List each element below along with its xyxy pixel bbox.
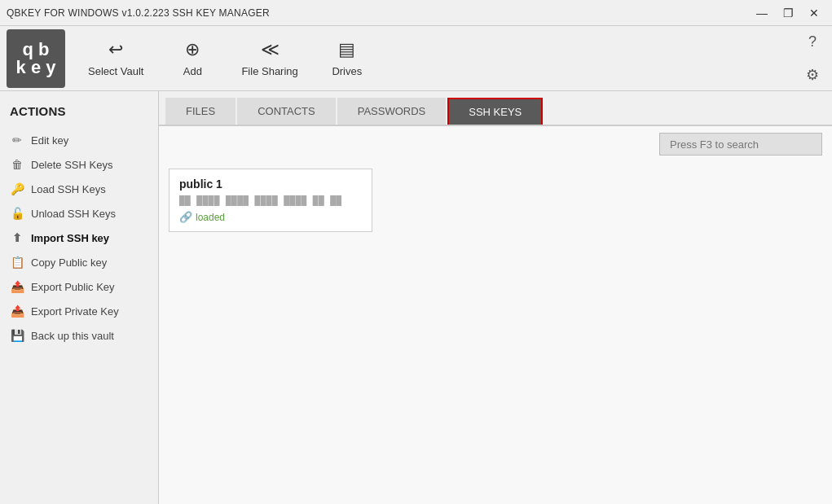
sidebar-item-export-private-key[interactable]: 📤 Export Private Key [0,299,158,323]
export-private-icon: 📤 [10,305,24,318]
backup-icon: 💾 [10,329,24,342]
key-icon: 🔑 [10,182,24,195]
tab-ssh-keys[interactable]: SSH KEYS [447,98,543,125]
sidebar-item-edit-key-label: Edit key [31,134,68,147]
content-area: FILES CONTACTS PASSWORDS SSH KEYS public… [159,91,832,504]
help-button[interactable]: ? [799,29,825,55]
key-card-title: public 1 [179,177,362,191]
key-card-fingerprint: ██ ████ ████ ████ ████ ██ ██ [179,195,362,206]
key-card-status-text: loaded [196,212,225,223]
sidebar-item-export-public-label: Export Public Key [31,281,115,293]
file-sharing-label: File Sharing [241,65,297,77]
drives-button[interactable]: ▤ Drives [315,33,380,84]
sidebar-item-delete-label: Delete SSH Keys [31,159,112,171]
trash-icon: 🗑 [10,158,24,171]
sidebar-item-unload-ssh-keys[interactable]: 🔓 Unload SSH Keys [0,201,158,226]
app-logo: q b k e y [7,29,65,88]
tab-bar: FILES CONTACTS PASSWORDS SSH KEYS [159,91,832,126]
sidebar-item-copy-public-key[interactable]: 📋 Copy Public key [0,250,158,274]
select-vault-label: Select Vault [88,65,143,77]
import-icon: ⬆ [10,231,24,244]
main-area: ACTIONS ✏ Edit key 🗑 Delete SSH Keys 🔑 L… [0,91,832,504]
title-bar-text: QBKEY FOR WINDOWS v1.0.2.223 SSH KEY MAN… [7,7,270,19]
sidebar-item-copy-label: Copy Public key [31,256,107,269]
sidebar-item-load-label: Load SSH Keys [31,183,106,195]
drives-icon: ▤ [338,39,355,60]
sidebar-item-load-ssh-keys[interactable]: 🔑 Load SSH Keys [0,177,158,201]
key-card-status: 🔗 loaded [179,211,362,223]
sidebar-item-edit-key[interactable]: ✏ Edit key [0,128,158,152]
sidebar-item-export-public-key[interactable]: 📤 Export Public Key [0,274,158,299]
file-sharing-button[interactable]: ≪ File Sharing [225,33,314,84]
content-header [159,126,832,162]
sidebar-item-import-ssh-key[interactable]: ⬆ Import SSH key [0,226,158,250]
sidebar-item-delete-ssh-keys[interactable]: 🗑 Delete SSH Keys [0,152,158,177]
title-bar-controls: — ❐ ✕ [751,5,825,21]
toolbar-right: ? ⚙ [799,29,825,88]
sidebar-section-title: ACTIONS [0,104,158,128]
select-vault-icon: ↩ [108,39,123,60]
add-icon: ⊕ [185,39,200,60]
minimize-button[interactable]: — [751,5,773,21]
sidebar-item-import-label: Import SSH key [31,232,109,244]
loaded-icon: 🔗 [179,211,192,223]
close-button[interactable]: ✕ [803,5,825,21]
copy-icon: 📋 [10,256,24,269]
sidebar-item-export-private-label: Export Private Key [31,305,119,318]
add-button[interactable]: ⊕ Add [160,33,225,84]
restore-button[interactable]: ❐ [777,5,799,21]
file-sharing-icon: ≪ [261,39,280,60]
sidebar-item-unload-label: Unload SSH Keys [31,208,116,220]
unlock-icon: 🔓 [10,207,24,220]
add-label: Add [183,65,202,77]
title-bar: QBKEY FOR WINDOWS v1.0.2.223 SSH KEY MAN… [0,0,832,26]
select-vault-button[interactable]: ↩ Select Vault [72,33,160,84]
toolbar-actions: ↩ Select Vault ⊕ Add ≪ File Sharing ▤ Dr… [72,33,799,84]
tab-contacts[interactable]: CONTACTS [237,98,336,125]
sidebar-item-back-up-vault[interactable]: 💾 Back up this vault [0,323,158,348]
sidebar: ACTIONS ✏ Edit key 🗑 Delete SSH Keys 🔑 L… [0,91,159,504]
tab-passwords[interactable]: PASSWORDS [337,98,447,125]
export-public-icon: 📤 [10,280,24,293]
key-card[interactable]: public 1 ██ ████ ████ ████ ████ ██ ██ 🔗 … [169,169,372,232]
settings-button[interactable]: ⚙ [799,62,825,88]
key-list: public 1 ██ ████ ████ ████ ████ ██ ██ 🔗 … [159,162,832,504]
sidebar-item-backup-label: Back up this vault [31,330,114,342]
toolbar: q b k e y ↩ Select Vault ⊕ Add ≪ File Sh… [0,26,832,91]
tab-files[interactable]: FILES [165,98,236,125]
search-input[interactable] [659,133,822,156]
drives-label: Drives [332,65,362,77]
edit-icon: ✏ [10,134,24,147]
